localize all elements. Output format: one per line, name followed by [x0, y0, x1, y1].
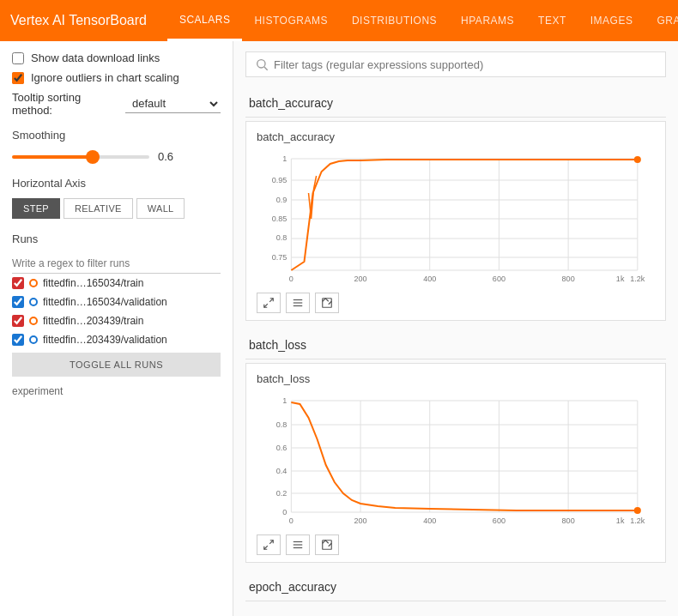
chart-area-batch-accuracy: 1 0.95 0.9 0.85 0.8 0.75 0 200 400 600 8… [257, 150, 655, 287]
nav-text[interactable]: TEXT [526, 0, 578, 41]
tooltip-select[interactable]: default ascending descending [125, 94, 221, 113]
ignore-outliers-row[interactable]: Ignore outliers in chart scaling [12, 71, 221, 84]
run-item-1: fittedfin…165034/train [12, 274, 221, 293]
expand-chart-btn[interactable] [257, 293, 281, 313]
nav-graphs[interactable]: GRAPHS [645, 0, 678, 41]
image-btn-loss[interactable] [315, 534, 339, 555]
svg-text:400: 400 [423, 275, 436, 283]
section-header-epoch-accuracy: epoch_accuracy [245, 573, 666, 601]
svg-text:0: 0 [282, 508, 287, 516]
svg-text:0.4: 0.4 [276, 467, 288, 475]
chart-card-batch-accuracy: batch_accuracy [245, 121, 666, 321]
section-header-batch-accuracy: batch_accuracy [245, 89, 666, 118]
main-layout: Show data download links Ignore outliers… [0, 41, 678, 616]
section-header-batch-loss: batch_loss [245, 331, 666, 359]
chart-svg-batch-accuracy: 1 0.95 0.9 0.85 0.8 0.75 0 200 400 600 8… [257, 150, 655, 287]
filter-bar [245, 51, 666, 77]
svg-point-0 [257, 60, 265, 68]
tooltip-label: Tooltip sorting method: [12, 91, 118, 117]
smoothing-slider[interactable] [12, 155, 149, 159]
svg-line-61 [269, 541, 273, 544]
chart-card-batch-loss: batch_loss [245, 363, 666, 563]
toggle-all-runs-button[interactable]: TOGGLE ALL RUNS [12, 353, 221, 377]
svg-text:1k: 1k [616, 275, 625, 283]
runs-label: Runs [12, 233, 221, 245]
chart-title-batch-loss: batch_loss [257, 372, 655, 385]
svg-text:1: 1 [282, 154, 287, 163]
svg-text:0.8: 0.8 [276, 420, 288, 429]
svg-point-60 [634, 507, 641, 514]
section-batch-loss: batch_loss batch_loss [245, 331, 666, 563]
chart-controls-batch-loss [257, 534, 655, 555]
run3-checkbox[interactable] [12, 315, 24, 327]
haxis-relative-btn[interactable]: RELATIVE [64, 198, 133, 219]
run1-dot [29, 279, 38, 287]
app-brand: Vertex AI TensorBoard [10, 13, 147, 28]
svg-text:0.85: 0.85 [272, 214, 288, 223]
nav-histograms[interactable]: HISTOGRAMS [242, 0, 339, 41]
data-btn[interactable] [286, 293, 310, 313]
show-download-row[interactable]: Show data download links [12, 51, 221, 64]
smoothing-value: 0.6 [158, 150, 173, 163]
run2-label: fittedfin…165034/validation [43, 296, 167, 308]
svg-text:0.95: 0.95 [272, 176, 288, 184]
section-batch-accuracy: batch_accuracy batch_accuracy [245, 89, 666, 321]
svg-text:400: 400 [423, 516, 436, 525]
ignore-outliers-label: Ignore outliers in chart scaling [31, 71, 179, 84]
run-item-4: fittedfin…203439/validation [12, 330, 221, 349]
haxis-label: Horizontal Axis [12, 177, 221, 190]
chart-svg-batch-loss: 1 0.8 0.6 0.4 0.2 0 0 200 400 600 800 1k… [257, 392, 655, 529]
experiment-label: experiment [12, 385, 221, 397]
svg-point-28 [634, 156, 641, 163]
data-btn-loss[interactable] [286, 534, 310, 555]
svg-text:0.75: 0.75 [272, 253, 288, 262]
svg-line-1 [264, 67, 268, 70]
options-section: Show data download links Ignore outliers… [12, 51, 221, 117]
run4-label: fittedfin…203439/validation [43, 334, 167, 346]
run-item-3: fittedfin…203439/train [12, 311, 221, 330]
svg-text:0: 0 [289, 275, 294, 283]
section-header-epoch-loss: epoch_loss [245, 612, 666, 616]
svg-text:800: 800 [562, 516, 575, 525]
run4-checkbox[interactable] [12, 334, 24, 346]
svg-text:1.2k: 1.2k [630, 516, 645, 525]
run3-label: fittedfin…203439/train [43, 315, 143, 327]
haxis-step-btn[interactable]: STEP [12, 198, 60, 219]
svg-text:1.2k: 1.2k [630, 275, 645, 283]
filter-input[interactable] [274, 58, 657, 71]
show-download-checkbox[interactable] [12, 52, 24, 64]
svg-text:200: 200 [354, 516, 366, 525]
sidebar: Show data download links Ignore outliers… [0, 41, 233, 616]
main-content: batch_accuracy batch_accuracy [233, 41, 678, 616]
haxis-buttons: STEP RELATIVE WALL [12, 198, 221, 219]
section-epoch-accuracy: epoch_accuracy [245, 573, 666, 601]
runs-section: Runs fittedfin…165034/train fittedfin…16… [12, 233, 221, 377]
smoothing-row: 0.6 [12, 150, 221, 163]
svg-text:0.6: 0.6 [276, 444, 288, 452]
nav-scalars[interactable]: SCALARS [167, 0, 243, 41]
smoothing-label: Smoothing [12, 129, 221, 142]
chart-controls-batch-accuracy [257, 293, 655, 313]
svg-text:600: 600 [493, 275, 505, 283]
runs-filter [12, 254, 221, 274]
run1-label: fittedfin…165034/train [43, 277, 143, 289]
topnav: Vertex AI TensorBoard SCALARS HISTOGRAMS… [0, 0, 678, 41]
haxis-wall-btn[interactable]: WALL [136, 198, 185, 219]
run-item-2: fittedfin…165034/validation [12, 293, 221, 311]
nav-images[interactable]: IMAGES [578, 0, 645, 41]
runs-filter-input[interactable] [12, 254, 221, 274]
run1-checkbox[interactable] [12, 277, 24, 289]
run2-checkbox[interactable] [12, 296, 24, 308]
show-download-label: Show data download links [31, 51, 160, 64]
run2-dot [29, 298, 38, 306]
image-btn[interactable] [315, 293, 339, 313]
expand-chart-btn-loss[interactable] [257, 534, 281, 555]
run4-dot [29, 335, 38, 344]
section-epoch-loss: epoch_loss [245, 612, 666, 616]
ignore-outliers-checkbox[interactable] [12, 72, 24, 84]
svg-text:0: 0 [289, 516, 294, 525]
nav-distributions[interactable]: DISTRIBUTIONS [340, 0, 449, 41]
svg-line-30 [264, 304, 268, 307]
svg-line-62 [264, 546, 268, 549]
nav-hparams[interactable]: HPARAMS [449, 0, 526, 41]
